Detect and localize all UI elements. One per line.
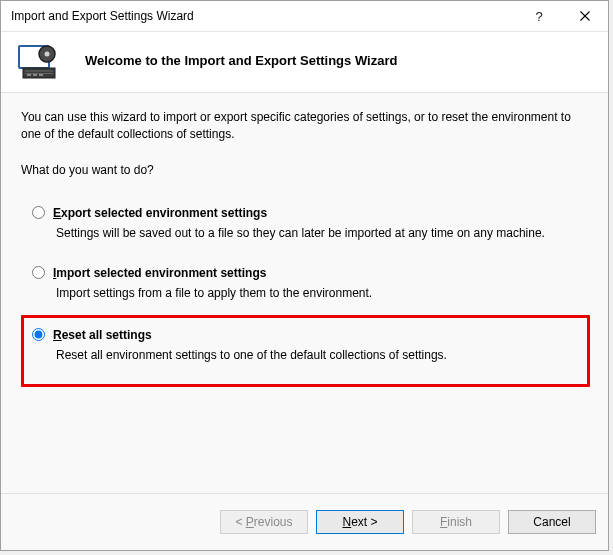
option-import-label: Import selected environment settings bbox=[53, 266, 266, 280]
svg-rect-10 bbox=[39, 74, 43, 76]
option-list: Export selected environment settings Set… bbox=[21, 195, 590, 390]
radio-import[interactable] bbox=[32, 266, 45, 279]
wizard-body: You can use this wizard to import or exp… bbox=[1, 92, 608, 493]
prompt-text: What do you want to do? bbox=[21, 163, 590, 177]
option-reset-desc: Reset all environment settings to one of… bbox=[56, 348, 581, 362]
svg-rect-9 bbox=[33, 74, 37, 76]
radio-export[interactable] bbox=[32, 206, 45, 219]
svg-point-4 bbox=[45, 52, 50, 57]
titlebar: Import and Export Settings Wizard ? bbox=[1, 1, 608, 32]
previous-button: < Previous bbox=[220, 510, 308, 534]
next-button[interactable]: Next > bbox=[316, 510, 404, 534]
wizard-header: Welcome to the Import and Export Setting… bbox=[1, 32, 608, 92]
option-reset: Reset all settings Reset all environment… bbox=[21, 315, 590, 387]
wizard-window: Import and Export Settings Wizard ? We bbox=[0, 0, 609, 551]
option-export-desc: Settings will be saved out to a file so … bbox=[56, 226, 581, 240]
close-icon bbox=[580, 11, 590, 21]
option-export-row[interactable]: Export selected environment settings bbox=[30, 206, 581, 220]
close-button[interactable] bbox=[562, 1, 608, 31]
option-reset-row[interactable]: Reset all settings bbox=[30, 328, 581, 342]
wizard-icon bbox=[17, 44, 67, 76]
cancel-button[interactable]: Cancel bbox=[508, 510, 596, 534]
help-button[interactable]: ? bbox=[516, 1, 562, 31]
option-reset-label: Reset all settings bbox=[53, 328, 152, 342]
window-title: Import and Export Settings Wizard bbox=[1, 9, 516, 23]
option-import-row[interactable]: Import selected environment settings bbox=[30, 266, 581, 280]
option-export: Export selected environment settings Set… bbox=[24, 198, 587, 258]
radio-reset[interactable] bbox=[32, 328, 45, 341]
svg-rect-8 bbox=[27, 74, 31, 76]
wizard-footer: < Previous Next > Finish Cancel bbox=[1, 493, 608, 550]
option-import: Import selected environment settings Imp… bbox=[24, 258, 587, 318]
option-import-desc: Import settings from a file to apply the… bbox=[56, 286, 581, 300]
option-export-label: Export selected environment settings bbox=[53, 206, 267, 220]
wizard-heading: Welcome to the Import and Export Setting… bbox=[85, 53, 397, 68]
intro-text: You can use this wizard to import or exp… bbox=[21, 109, 590, 143]
finish-button: Finish bbox=[412, 510, 500, 534]
